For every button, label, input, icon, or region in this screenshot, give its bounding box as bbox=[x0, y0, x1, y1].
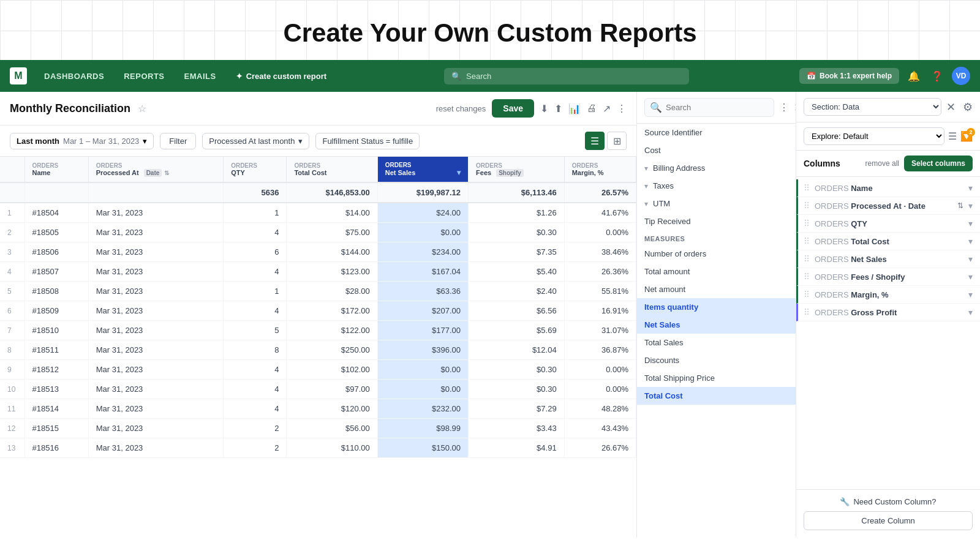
cell-qty: 2 bbox=[224, 419, 287, 438]
table-header-row: ORDERS Name ORDERS Processed At Date ⇅ bbox=[0, 157, 636, 182]
col-qty[interactable]: ORDERS QTY bbox=[224, 157, 287, 182]
cell-date: Mar 31, 2023 bbox=[88, 419, 223, 438]
chevron-down-icon[interactable]: ▾ bbox=[968, 183, 973, 193]
column-item-net-sales[interactable]: ⠿ ORDERS Net Sales ▾ bbox=[796, 250, 980, 268]
nav-search-inner[interactable]: 🔍 Search bbox=[444, 68, 689, 84]
panel-close-button[interactable]: ✕ bbox=[946, 100, 956, 114]
cell-net-sales: $167.04 bbox=[377, 262, 468, 282]
cell-fees: $0.30 bbox=[469, 223, 565, 242]
nav-reports[interactable]: REPORTS bbox=[116, 68, 172, 84]
drag-handle-icon: ⠿ bbox=[804, 183, 810, 193]
date-filter[interactable]: Last month Mar 1 – Mar 31, 2023 ▾ bbox=[10, 133, 154, 149]
chart-view-button[interactable]: ⊞ bbox=[607, 132, 627, 150]
create-column-button[interactable]: Create Column bbox=[804, 511, 973, 530]
reset-changes-link[interactable]: reset changes bbox=[436, 104, 486, 113]
list-item-cost[interactable]: Cost bbox=[637, 141, 796, 159]
column-item-margin[interactable]: ⠿ ORDERS Margin, % ▾ bbox=[796, 286, 980, 304]
table-row: 1 #18504 Mar 31, 2023 1 $14.00 $24.00 $1… bbox=[0, 203, 636, 223]
gear-icon[interactable]: ⚙ bbox=[963, 100, 973, 114]
cell-fees: $0.30 bbox=[469, 380, 565, 399]
list-item-items-quantity[interactable]: Items quantity bbox=[637, 298, 796, 316]
share-icon[interactable]: ⬆ bbox=[554, 103, 562, 114]
col-net-sales[interactable]: ORDERS Net Sales▾ bbox=[377, 157, 468, 182]
column-item-fees[interactable]: ⠿ ORDERS Fees / Shopify ▾ bbox=[796, 268, 980, 286]
list-item-number-of-orders[interactable]: Number of orders bbox=[637, 245, 796, 263]
column-item-total-cost[interactable]: ⠿ ORDERS Total Cost ▾ bbox=[796, 233, 980, 250]
cell-margin: 48.28% bbox=[564, 399, 636, 419]
table-view-button[interactable]: ☰ bbox=[585, 132, 605, 150]
nav-logo[interactable]: M bbox=[10, 67, 27, 84]
chart-icon[interactable]: 📊 bbox=[568, 103, 581, 114]
save-button[interactable]: Save bbox=[492, 99, 534, 118]
panel-more-icon[interactable]: ⋮ bbox=[779, 102, 789, 113]
table-row: 11 #18514 Mar 31, 2023 4 $120.00 $232.00… bbox=[0, 399, 636, 419]
list-item-taxes[interactable]: ▾ Taxes bbox=[637, 177, 796, 195]
chevron-down-icon[interactable]: ▾ bbox=[968, 236, 973, 246]
list-item-net-amount[interactable]: Net amount bbox=[637, 280, 796, 298]
section-select[interactable]: Section: Data bbox=[804, 98, 941, 116]
filter-badge-icon[interactable]: 🔽 2 bbox=[960, 130, 973, 142]
column-item-name[interactable]: ⠿ ORDERS Name ▾ bbox=[796, 179, 980, 197]
chevron-down-icon[interactable]: ▾ bbox=[968, 254, 973, 264]
cell-name: #18504 bbox=[24, 203, 88, 223]
drag-handle-icon: ⠿ bbox=[804, 219, 810, 228]
column-item-gross-profit[interactable]: ⠿ ORDERS Gross Profit ▾ bbox=[796, 304, 980, 321]
cell-name: #18507 bbox=[24, 262, 88, 282]
more-options-icon[interactable]: ⋮ bbox=[617, 103, 627, 114]
col-total-cost[interactable]: ORDERS Total Cost bbox=[287, 157, 377, 182]
col-name[interactable]: ORDERS Name bbox=[24, 157, 88, 182]
filter-button[interactable]: Filter bbox=[160, 133, 196, 149]
search-input-wrap[interactable]: 🔍 bbox=[644, 98, 774, 117]
nav-emails[interactable]: EMAILS bbox=[177, 68, 224, 84]
table-row: 9 #18512 Mar 31, 2023 4 $102.00 $0.00 $0… bbox=[0, 360, 636, 380]
chevron-down-icon[interactable]: ▾ bbox=[968, 219, 973, 228]
download-icon[interactable]: ⬇ bbox=[540, 103, 548, 114]
column-item-processed-at[interactable]: ⠿ ORDERS Processed At · Date ⇅ ▾ bbox=[796, 197, 980, 215]
explore-select[interactable]: Explore: Default bbox=[804, 127, 944, 145]
search-panel-list: Source Identifier Cost ▾ Billing Address… bbox=[637, 124, 796, 538]
chevron-down-icon[interactable]: ▾ bbox=[968, 201, 973, 211]
remove-all-button[interactable]: remove all bbox=[865, 159, 899, 168]
list-item-tip-received[interactable]: Tip Received bbox=[637, 212, 796, 230]
list-item-total-shipping-price[interactable]: Total Shipping Price bbox=[637, 369, 796, 387]
notifications-button[interactable]: 🔔 bbox=[905, 67, 922, 84]
list-item-total-amount[interactable]: Total amount bbox=[637, 263, 796, 280]
row-number: 5 bbox=[0, 282, 24, 301]
list-item-total-cost[interactable]: Total Cost bbox=[637, 387, 796, 405]
cell-net-sales: $63.36 bbox=[377, 282, 468, 301]
list-item-net-sales[interactable]: Net Sales bbox=[637, 316, 796, 334]
fulfillment-filter[interactable]: Fulfillment Status = fulfille bbox=[315, 133, 420, 149]
row-number: 8 bbox=[0, 340, 24, 360]
list-item-billing-address[interactable]: ▾ Billing Address bbox=[637, 159, 796, 177]
list-item-source-identifier[interactable]: Source Identifier bbox=[637, 124, 796, 141]
external-link-icon[interactable]: ↗ bbox=[603, 103, 611, 114]
chevron-down-icon[interactable]: ▾ bbox=[968, 272, 973, 282]
col-margin[interactable]: ORDERS Margin, % bbox=[564, 157, 636, 182]
favorite-icon[interactable]: ☆ bbox=[138, 103, 146, 114]
user-avatar[interactable]: VD bbox=[952, 67, 970, 85]
column-item-qty[interactable]: ⠿ ORDERS QTY ▾ bbox=[796, 215, 980, 233]
cell-total-cost: $14.00 bbox=[287, 203, 377, 223]
book-expert-button[interactable]: 📅 Book 1:1 expert help bbox=[799, 68, 899, 84]
filter-icon[interactable]: ☰ bbox=[948, 130, 957, 142]
list-item-total-sales[interactable]: Total Sales bbox=[637, 334, 796, 351]
nav-dashboards[interactable]: DASHBOARDS bbox=[37, 68, 111, 84]
print-icon[interactable]: 🖨 bbox=[587, 103, 597, 114]
nav-create-report[interactable]: ✦ Create custom report bbox=[228, 68, 334, 84]
select-columns-button[interactable]: Select columns bbox=[904, 156, 973, 171]
cell-name: #18511 bbox=[24, 340, 88, 360]
help-button[interactable]: ❓ bbox=[929, 67, 946, 84]
col-processed-at[interactable]: ORDERS Processed At Date ⇅ bbox=[88, 157, 223, 182]
cell-margin: 31.07% bbox=[564, 321, 636, 340]
cell-qty: 6 bbox=[224, 242, 287, 262]
table-row: 7 #18510 Mar 31, 2023 5 $122.00 $177.00 … bbox=[0, 321, 636, 340]
list-item-utm[interactable]: ▾ UTM bbox=[637, 195, 796, 212]
chevron-down-icon[interactable]: ▾ bbox=[968, 307, 973, 317]
col-fees[interactable]: ORDERS Fees Shopify bbox=[469, 157, 565, 182]
list-item-discounts[interactable]: Discounts bbox=[637, 351, 796, 369]
processed-at-filter[interactable]: Processed At last month ▾ bbox=[202, 133, 309, 149]
chevron-down-icon[interactable]: ▾ bbox=[968, 290, 973, 299]
cell-margin: 26.67% bbox=[564, 438, 636, 458]
filter-bar: Last month Mar 1 – Mar 31, 2023 ▾ Filter… bbox=[0, 126, 636, 157]
search-input[interactable] bbox=[666, 103, 769, 112]
